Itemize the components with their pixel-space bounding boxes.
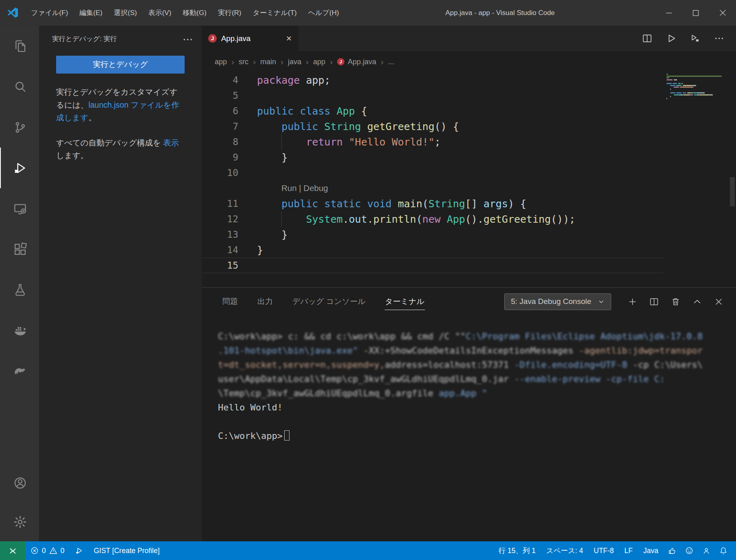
code-line: 7 public String getGreeting() { <box>202 119 664 134</box>
line-number: 4 <box>202 75 238 85</box>
activity-bar-item-extensions[interactable] <box>0 229 39 269</box>
run-and-debug-button[interactable]: 実行とデバッグ <box>56 56 185 74</box>
panel-header: 問題出力デバッグ コンソールターミナル 5: Java Debug Consol… <box>202 288 736 315</box>
remote-indicator[interactable] <box>0 541 25 560</box>
close-panel-icon[interactable] <box>714 297 724 307</box>
close-tab-icon[interactable]: ✕ <box>286 34 292 43</box>
code-line: 13 } <box>202 227 664 242</box>
menu-item[interactable]: ファイル(F) <box>25 0 74 26</box>
code-line: 10 <box>202 165 664 180</box>
activity-bar-item-gradle[interactable] <box>0 351 39 391</box>
code-text: } <box>238 229 287 241</box>
panel-tab[interactable]: 出力 <box>257 293 273 310</box>
indent-guide <box>281 211 282 227</box>
code-text: } <box>238 152 287 163</box>
close-icon <box>719 9 727 17</box>
files-icon <box>13 39 27 53</box>
breadcrumb-item[interactable]: src <box>239 58 248 66</box>
menu-item[interactable]: 表示(V) <box>143 0 177 26</box>
indentation-status[interactable]: スペース: 4 <box>541 541 588 560</box>
language-mode-status[interactable]: Java <box>638 541 664 560</box>
menu-item[interactable]: ターミナル(T) <box>247 0 302 26</box>
new-terminal-icon[interactable] <box>627 297 638 307</box>
feedback-status[interactable] <box>681 541 698 560</box>
breadcrumb-item[interactable]: java <box>288 58 301 66</box>
hint-text: 。 <box>88 113 96 122</box>
panel-tab[interactable]: デバッグ コンソール <box>292 293 366 310</box>
close-window-button[interactable] <box>709 0 736 26</box>
window-title: App.java - app - Visual Studio Code <box>345 9 655 17</box>
activity-bar-item-docker[interactable] <box>0 310 39 351</box>
codelens-debug-link[interactable]: Debug <box>303 183 328 193</box>
sidebar-header: 実行とデバッグ: 実行 ⋯ <box>39 26 202 52</box>
codelens-run-link[interactable]: Run <box>281 183 297 193</box>
warning-icon <box>49 547 57 555</box>
breadcrumb-item[interactable]: JApp.java <box>337 58 376 66</box>
gist-status[interactable]: GIST [Create Profile] <box>88 541 165 560</box>
warning-count: 0 <box>61 547 65 555</box>
activity-bar-item-search[interactable] <box>0 66 39 107</box>
code-line: 8 return "Hello World!"; <box>202 134 664 150</box>
kill-terminal-icon[interactable] <box>671 297 681 307</box>
more-actions-icon[interactable] <box>714 33 725 44</box>
maximize-panel-icon[interactable] <box>692 297 702 307</box>
menu-item[interactable]: 実行(R) <box>212 0 247 26</box>
code-text: return "Hello World!"; <box>238 136 441 148</box>
editor-actions <box>642 26 736 51</box>
panel-tab[interactable]: ターミナル <box>385 293 425 310</box>
menu-item[interactable]: 選択(S) <box>108 0 143 26</box>
code-line: 14} <box>202 242 664 258</box>
code-editor[interactable]: 4package app;56public class App {7 publi… <box>202 72 736 287</box>
menu-item[interactable]: 編集(E) <box>74 0 108 26</box>
debug-status[interactable] <box>70 541 88 560</box>
status-bar: 0 0 GIST [Create Profile] 行 15、列 1 スペース:… <box>0 541 736 560</box>
show-auto-configs-link[interactable]: 表示 <box>163 138 179 147</box>
tab-app-java[interactable]: J App.java ✕ <box>202 26 298 51</box>
split-terminal-icon[interactable] <box>649 297 659 307</box>
eol-status[interactable]: LF <box>619 541 638 560</box>
activity-bar-item-source-control[interactable] <box>0 107 39 148</box>
editor-tab-bar: J App.java ✕ <box>202 26 736 51</box>
extensions-icon <box>13 242 27 256</box>
breadcrumb-item[interactable]: app <box>215 58 227 66</box>
codelens-line: Run | Debug <box>202 180 664 196</box>
code-line: 12 System.out.println(new App().getGreet… <box>202 211 664 227</box>
activity-bar-item-account[interactable] <box>0 463 39 502</box>
minimap[interactable] <box>666 74 726 102</box>
minimap-line <box>666 81 726 82</box>
breadcrumb-item[interactable]: ... <box>388 58 394 66</box>
java-status[interactable] <box>664 541 681 560</box>
minimize-button[interactable] <box>655 0 682 26</box>
code-text: public class App { <box>238 105 367 117</box>
activity-bar-item-settings[interactable] <box>0 502 39 541</box>
editor-scrollbar[interactable] <box>730 177 735 206</box>
terminal-content[interactable]: C:\work\app> c: && cd c:\work\app && cmd… <box>202 315 736 541</box>
problems-status[interactable]: 0 0 <box>25 541 70 560</box>
minimap-line <box>666 83 726 84</box>
activity-bar-item-remote-explorer[interactable] <box>0 188 39 229</box>
thumbs-up-icon <box>668 547 676 555</box>
chevron-down-icon <box>598 298 605 305</box>
encoding-status[interactable]: UTF-8 <box>588 541 619 560</box>
breadcrumb-item[interactable]: main <box>260 58 276 66</box>
breadcrumb-item[interactable]: app <box>313 58 325 66</box>
activity-bar-item-run-and-debug[interactable] <box>0 148 39 188</box>
terminal-selector[interactable]: 5: Java Debug Console <box>504 293 611 310</box>
line-number: 5 <box>202 90 238 101</box>
cursor-position-status[interactable]: 行 15、列 1 <box>493 541 541 560</box>
activity-bar-item-testing[interactable] <box>0 269 39 310</box>
split-editor-icon[interactable] <box>642 33 653 44</box>
activity-bar-item-explorer[interactable] <box>0 26 39 66</box>
title-bar: ファイル(F)編集(E)選択(S)表示(V)移動(G)実行(R)ターミナル(T)… <box>0 0 736 26</box>
minimap-line <box>666 77 726 78</box>
run-file-icon[interactable] <box>666 33 677 44</box>
menu-item[interactable]: 移動(G) <box>177 0 212 26</box>
menu-item[interactable]: ヘルプ(H) <box>303 0 345 26</box>
minimap-line <box>666 76 726 77</box>
notifications-status[interactable] <box>715 541 732 560</box>
maximize-button[interactable] <box>682 0 709 26</box>
panel-tab[interactable]: 問題 <box>222 293 238 310</box>
debug-run-icon[interactable] <box>690 33 701 44</box>
more-actions-icon[interactable]: ⋯ <box>183 34 193 44</box>
account-status[interactable] <box>698 541 715 560</box>
